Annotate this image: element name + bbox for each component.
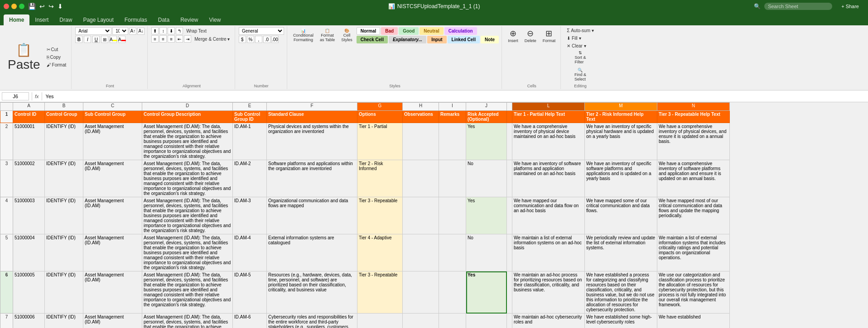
fill-color-button[interactable]: A▬ [110,36,117,43]
cell-a3[interactable]: 51000002 [13,160,45,197]
cell-i7[interactable] [439,314,466,328]
cell-i3[interactable] [439,160,466,197]
cell-c5[interactable]: Asset Management (ID.AM) [83,234,142,271]
check-cell-style-badge[interactable]: Check Cell [357,36,388,43]
cell-k7[interactable] [507,314,512,328]
cell-a2[interactable]: 51000001 [13,123,45,160]
clear-button[interactable]: ✕ Clear ▾ [564,43,588,49]
cut-button[interactable]: ✂ Cut [44,46,69,53]
tab-draw[interactable]: Draw [54,14,77,25]
auto-sum-button[interactable]: Σ Auto-sum ▾ [564,27,596,34]
cell-j5[interactable]: No [466,234,507,271]
cell-n6[interactable]: We use our categorization and classifica… [657,271,730,314]
cell-b2[interactable]: IDENTIFY (ID) [45,123,83,160]
align-middle-button[interactable]: ↕ [159,27,167,34]
cell-d5[interactable]: Asset Management (ID.AM): The data, pers… [142,234,233,271]
cell-j7[interactable] [466,314,507,328]
tab-formulas[interactable]: Formulas [119,14,153,25]
cell-e4[interactable]: ID.AM-3 [233,197,267,234]
cell-d3[interactable]: Asset Management (ID.AM): The data, pers… [142,160,233,197]
minimize-button[interactable] [11,4,17,9]
cell-e3[interactable]: ID.AM-2 [233,160,267,197]
cell-h4[interactable] [403,197,439,234]
cell-l7[interactable]: We maintain ad-hoc cybersecurity roles a… [512,314,585,328]
cell-reference-input[interactable] [2,92,29,100]
align-top-button[interactable]: ⬆ [151,27,159,34]
save-icon[interactable]: 💾 [28,3,36,10]
cell-d2[interactable]: Asset Management (ID.AM): The data, pers… [142,123,233,160]
cell-m3[interactable]: We have an inventory of specific softwar… [585,160,657,197]
sort-filter-button[interactable]: ⇅ Sort &Filter [572,49,588,66]
tab-data[interactable]: Data [153,14,175,25]
cell-d7[interactable]: Asset Management (ID.AM): The data, pers… [142,314,233,328]
italic-button[interactable]: I [84,36,91,43]
cell-f6[interactable]: Resources (e.g., hardware, devices, data… [267,271,357,314]
tab-home[interactable]: Home [4,14,29,25]
delete-button[interactable]: ⊖ Delete [522,27,539,44]
decrease-decimal-button[interactable]: .0 [263,36,270,43]
cell-b6[interactable]: IDENTIFY (ID) [45,271,83,314]
format-painter-button[interactable]: 🖌 Format [44,62,69,68]
cell-m7[interactable]: We have established some high-level cybe… [585,314,657,328]
cell-i4[interactable] [439,197,466,234]
cell-f7[interactable]: Cybersecurity roles and responsibilities… [267,314,357,328]
redo-icon[interactable]: ↪ [48,3,54,10]
cell-e5[interactable]: ID.AM-4 [233,234,267,271]
cell-l6[interactable]: We maintain an ad-hoc process for priori… [512,271,585,314]
percent-button[interactable]: % [247,36,254,43]
cell-m2[interactable]: We have an inventory of specific physica… [585,123,657,160]
explanatory-style-badge[interactable]: Explanatory... [389,36,426,43]
cell-i5[interactable] [439,234,466,271]
col-J[interactable]: J [466,103,507,111]
cell-k6[interactable] [507,271,512,314]
cell-f2[interactable]: Physical devices and systems within the … [267,123,357,160]
cell-k3[interactable] [507,160,512,197]
decrease-indent-button[interactable]: ⇤ [176,35,183,43]
col-L[interactable]: L [512,103,585,111]
format-button[interactable]: ⊞ Format [540,27,558,44]
tab-review[interactable]: Review [175,14,203,25]
fill-button[interactable]: ⬇ Fill ▾ [564,35,583,42]
search-input[interactable] [764,3,832,10]
maximize-button[interactable] [19,4,24,9]
font-name-select[interactable]: Arial [75,27,111,35]
undo-icon[interactable]: ↩ [39,3,45,10]
formula-input[interactable] [45,93,866,100]
cell-j6[interactable]: Yes [466,271,507,314]
align-left-button[interactable]: ≡ [151,35,159,43]
font-size-select[interactable]: 10 [112,27,128,35]
cell-h7[interactable] [403,314,439,328]
col-B[interactable]: B [45,103,83,111]
cell-c7[interactable]: Asset Management (ID.AM) [83,314,142,328]
tab-page-layout[interactable]: Page Layout [77,14,119,25]
cell-i6[interactable] [439,271,466,314]
paste-button[interactable]: 📋 Paste [5,41,43,73]
cell-n2[interactable]: We have a comprehensive inventory of phy… [657,123,730,160]
cell-e6[interactable]: ID.AM-5 [233,271,267,314]
cell-m6[interactable]: We have established a process for catego… [585,271,657,314]
col-D[interactable]: D [142,103,233,111]
cell-j3[interactable]: No [466,160,507,197]
cell-l2[interactable]: We have a comprehensive inventory of phy… [512,123,585,160]
cell-j2[interactable]: Yes [466,123,507,160]
cell-f3[interactable]: Software platforms and applications with… [267,160,357,197]
share-button[interactable]: + Share [836,2,864,10]
col-M[interactable]: M [585,103,657,111]
more-icon[interactable]: ⬇ [58,3,63,10]
cell-a7[interactable]: 51000006 [13,314,45,328]
tab-insert[interactable]: Insert [29,14,54,25]
good-style-badge[interactable]: Good [399,27,419,35]
bad-style-badge[interactable]: Bad [381,27,398,35]
cell-a6[interactable]: 51000005 [13,271,45,314]
calculation-style-badge[interactable]: Calculation [444,27,477,35]
cell-g3[interactable]: Tier 2 - Risk Informed [357,160,403,197]
cell-d4[interactable]: Asset Management (ID.AM): The data, pers… [142,197,233,234]
font-decrease-btn[interactable]: A↓ [137,28,145,35]
align-bottom-button[interactable]: ⬇ [168,27,175,34]
col-H[interactable]: H [403,103,439,111]
cell-m4[interactable]: We have mapped some of our critical comm… [585,197,657,234]
increase-indent-button[interactable]: ⇥ [184,35,191,43]
cell-f4[interactable]: Organizational communication and data fl… [267,197,357,234]
cell-b7[interactable]: IDENTIFY (ID) [45,314,83,328]
text-direction-button[interactable]: ↰ [176,27,183,34]
